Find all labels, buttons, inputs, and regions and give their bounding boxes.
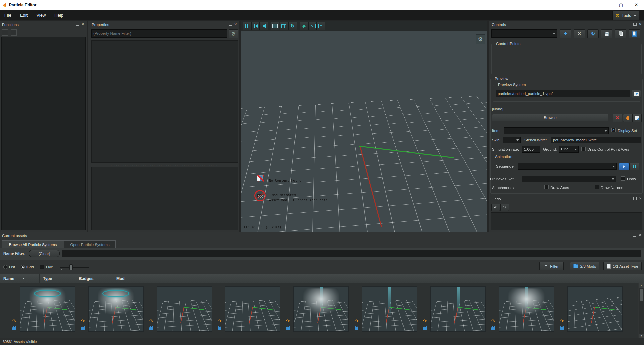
functions-toolbtn-2[interactable] [11,29,17,36]
close-button[interactable]: ✕ [629,0,644,10]
screen-button[interactable] [271,22,279,30]
preview-system-input[interactable] [496,90,630,97]
asset-thumbnail[interactable]: ↷ [362,286,417,332]
undo-history-list[interactable] [491,212,642,230]
column-name[interactable]: Name ▲ [0,274,40,283]
redo-button[interactable]: ↷ [500,204,509,211]
properties-area-bottom[interactable] [91,167,238,230]
assets-float-icon[interactable] [633,234,636,237]
tools-button[interactable]: Tools [612,11,639,20]
asset-thumbnail[interactable]: ↷ [157,286,212,332]
paste-button[interactable] [629,29,640,38]
pause-button[interactable] [629,163,639,170]
mods-button[interactable]: 2/3 Mods [570,262,599,270]
record-button[interactable] [317,22,325,30]
scroll-up-icon[interactable]: ▲ [639,283,644,288]
functions-float-icon[interactable] [76,23,79,26]
column-mod[interactable]: Mod [113,274,150,283]
clear-filter-button[interactable]: (Clear) [29,250,60,257]
live-checkbox[interactable] [40,265,44,269]
menu-edit[interactable]: Edit [16,13,32,18]
model-tool-button-2[interactable] [632,114,642,122]
menu-view[interactable]: View [32,13,50,18]
property-filter-input[interactable] [91,29,227,38]
draw-names-checkbox[interactable] [595,185,599,189]
preview-browse-icon-button[interactable] [632,90,641,98]
viewport-canvas[interactable]: No Content Found Mod Mismatch, Asset mod… [241,31,487,232]
viewport[interactable]: No Content Found Mod Mismatch, Asset mod… [241,21,487,232]
screen-icon [272,24,278,28]
functions-toolbtn-1[interactable] [2,29,8,36]
copy-button[interactable] [615,29,626,38]
tree-button[interactable] [300,22,308,30]
asset-scrollbar[interactable]: ▲ ▼ [639,283,644,338]
menu-help[interactable]: Help [50,13,68,18]
scrollbar-thumb[interactable] [640,289,643,301]
refresh-button[interactable] [587,29,599,38]
tab-browse-all[interactable]: Browse All Particle Systems [2,240,64,248]
skip-start-button[interactable] [251,22,260,30]
play-button[interactable] [619,163,629,170]
properties-header: Properties ✕ [88,21,239,28]
thumbnail-size-slider-handle[interactable] [69,264,73,270]
minimize-button[interactable]: — [598,0,613,10]
ground-select[interactable]: Grid [559,146,579,153]
item-select[interactable] [504,127,609,134]
stencil-write-input[interactable] [551,137,641,143]
save-button[interactable] [601,29,612,38]
column-badges[interactable]: Badges [75,274,113,283]
menu-file[interactable]: File [0,13,16,18]
asset-thumbnail[interactable]: ↷ [567,286,623,332]
controls-close-icon[interactable]: ✕ [639,23,642,26]
display-set-checkbox[interactable] [611,128,616,132]
thumbnail-size-slider-track[interactable] [60,267,89,268]
properties-gear-button[interactable] [229,29,238,38]
asset-thumbnail[interactable]: ↷ [225,286,280,332]
delete-button[interactable] [574,29,585,38]
lock-icon [491,327,495,330]
loop-button[interactable] [288,22,297,30]
functions-list[interactable] [1,37,86,230]
asset-type-button[interactable]: 1/1 Asset Type [603,262,642,270]
list-radio[interactable] [3,265,7,269]
grid-radio[interactable] [21,265,25,269]
undo-button[interactable]: ↶ [491,204,500,211]
hitboxes-draw-checkbox[interactable] [621,176,625,181]
tab-open-systems[interactable]: Open Particle Systems [64,240,116,248]
asset-thumbnail[interactable]: ↷ [88,286,144,332]
simulation-rate-input[interactable] [522,146,540,153]
asset-thumbnail[interactable]: ↷ [293,286,349,332]
step-back-button[interactable] [260,22,268,30]
add-button[interactable] [560,29,571,38]
sequence-select[interactable] [518,163,617,170]
name-filter-input[interactable] [62,250,641,257]
system-select[interactable] [491,29,557,38]
viewport-settings-button[interactable] [476,34,485,44]
draw-cp-axes-checkbox[interactable] [581,147,586,151]
hitboxes-set-select[interactable] [522,176,616,182]
asset-thumbnail[interactable]: ↷ [430,286,486,332]
camera-button[interactable] [308,22,317,30]
properties-area-top[interactable] [91,40,238,163]
asset-thumbnail[interactable]: ↷ [499,286,554,332]
film-button[interactable] [280,22,288,30]
assets-close-icon[interactable]: ✕ [639,234,641,237]
controls-float-icon[interactable] [633,23,637,26]
properties-float-icon[interactable] [229,23,232,26]
clear-model-button[interactable] [613,114,622,122]
pause-button[interactable] [243,22,251,30]
browse-button[interactable]: Browse [492,114,608,121]
model-tool-button-1[interactable] [623,114,632,122]
skin-select[interactable] [503,137,521,143]
undo-float-icon[interactable] [633,197,637,201]
undo-close-icon[interactable]: ✕ [639,197,642,200]
asset-thumbnail[interactable]: ↷ [20,286,75,332]
properties-close-icon[interactable]: ✕ [234,23,237,26]
tools-caret-icon [634,15,636,16]
control-points-box[interactable] [491,44,642,74]
functions-close-icon[interactable]: ✕ [82,23,84,26]
filter-button[interactable]: Filter [539,262,564,270]
maximize-button[interactable]: ▢ [613,0,629,10]
draw-axes-checkbox[interactable] [544,185,549,189]
column-type[interactable]: Type [40,274,75,283]
